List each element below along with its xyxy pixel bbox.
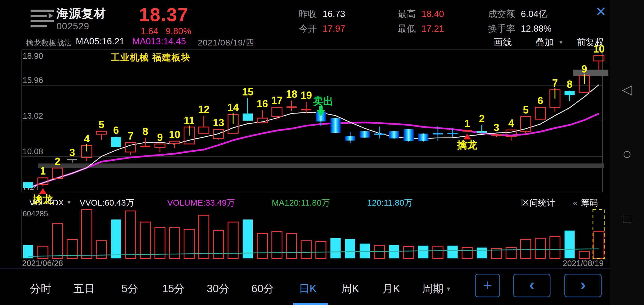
stat-label: 成交额: [488, 8, 515, 20]
qinlong-marker: 擒龙: [457, 139, 478, 151]
candle-number-label: 2: [479, 113, 485, 125]
chevron-down-icon: ▼: [66, 200, 71, 205]
stat-value: 6.04亿: [521, 8, 547, 20]
volume-indicator-selector[interactable]: VOL-TDX▼: [29, 198, 71, 207]
candle-number-label: 9: [581, 63, 587, 75]
prev-button[interactable]: ‹: [513, 274, 551, 297]
candle-number-label: 6: [113, 125, 119, 136]
candle-number-label: 2: [55, 156, 60, 167]
candle-number-label: 4: [84, 133, 90, 145]
v120-value: 120:11.80万: [367, 197, 413, 209]
volume-axis-max: 604285: [23, 210, 48, 218]
android-back-icon[interactable]: ◁: [610, 81, 644, 97]
menu-bar: [31, 10, 54, 12]
overlay-button[interactable]: 叠加▼: [536, 36, 564, 49]
strategy-name[interactable]: 擒龙数板战法: [26, 38, 72, 48]
price-grid: 18.9015.9613.0210.087.14: [22, 50, 602, 258]
active-tab-underline: [293, 303, 328, 305]
tab-5min[interactable]: 5分: [121, 282, 138, 296]
stock-code: 002529: [56, 21, 89, 32]
ma05-value: MA05:16.21: [76, 36, 125, 47]
candle-number-label: 3: [494, 122, 499, 133]
volume-indicator-row: VOL-TDX▼ VVOL:60.43万 VOLUME:33.49万 MA120…: [0, 197, 610, 210]
stat-value: 12.88%: [521, 23, 552, 34]
overlay-label: 叠加: [536, 37, 554, 47]
chips-label: 筹码: [581, 198, 598, 207]
chart-end-date: 2021/08/19: [563, 259, 604, 268]
projected-volume-box: [593, 210, 605, 258]
menu-bar: [31, 15, 47, 17]
tab-weekly-k[interactable]: 周K: [341, 282, 359, 296]
tab-period[interactable]: 周期▼: [422, 282, 451, 296]
sell-marker: 卖出: [313, 95, 333, 107]
tab-15min[interactable]: 15分: [162, 282, 185, 296]
android-recents-icon[interactable]: □: [610, 210, 644, 226]
stat-value: 16.73: [323, 9, 345, 19]
add-indicator-button[interactable]: +: [475, 274, 500, 297]
svg-text:18.90: 18.90: [23, 51, 43, 60]
menu-arrow-icon: [49, 13, 53, 19]
candle-number-label: 15: [242, 86, 253, 98]
chevron-down-icon: ▼: [558, 39, 564, 45]
svg-text:10.08: 10.08: [23, 147, 43, 156]
close-icon[interactable]: ✕: [595, 5, 606, 18]
adjust-mode-button[interactable]: 前复权: [577, 36, 604, 49]
sector-tag: 工业机械 福建板块: [111, 51, 191, 64]
change-percent: 9.80%: [166, 26, 191, 36]
cursor-date: 2021/08/19/四: [198, 37, 254, 49]
candle-number-label: 12: [198, 104, 210, 115]
vvol-value: VVOL:60.43万: [80, 197, 134, 209]
stat-label: 最低: [398, 23, 416, 35]
ma013-value: MA013:14.45: [132, 36, 186, 47]
next-button[interactable]: ›: [564, 274, 602, 297]
price-band: [38, 164, 604, 168]
volume-bars: [23, 210, 604, 258]
tab-60min[interactable]: 60分: [251, 282, 274, 296]
candle-number-label: 19: [301, 90, 312, 101]
ma120-value: MA120:11.80万: [272, 197, 330, 209]
candle-number-label: 8: [567, 79, 573, 90]
stat-label: 最高: [398, 8, 416, 20]
chips-panel-button[interactable]: «筹码: [573, 197, 598, 209]
candle-number-label: 4: [508, 117, 514, 129]
candle-number-label: 13: [213, 117, 224, 128]
tab-monthly-k[interactable]: 月K: [382, 282, 400, 296]
candle-number-label: 7: [552, 77, 558, 89]
trading-app-screen: 18.9015.9613.0210.087.141擒龙2345678910111…: [0, 0, 644, 305]
menu-bar: [31, 20, 54, 22]
change-value: 1.64: [141, 26, 158, 36]
price-band: [573, 70, 608, 76]
android-home-icon[interactable]: ○: [610, 145, 644, 163]
stat-label: 换手率: [488, 23, 515, 35]
candle-number-label: 10: [169, 129, 180, 140]
candle-number-label: 3: [69, 147, 75, 158]
menu-bar: [31, 25, 47, 27]
tab-fenshi[interactable]: 分时: [30, 282, 51, 296]
indicator-label: VOL-TDX: [29, 198, 64, 207]
candle-number-label: 7: [128, 130, 134, 142]
candle-number-label: 5: [99, 119, 104, 130]
candle-number-label: 14: [227, 102, 239, 113]
candle-number-label: 16: [257, 98, 268, 110]
draw-line-button[interactable]: 画线: [494, 36, 512, 49]
svg-text:15.96: 15.96: [23, 76, 43, 85]
candle-number-label: 18: [286, 88, 297, 100]
candle-number-label: 17: [271, 95, 283, 106]
chevron-down-icon: ▼: [446, 286, 451, 292]
range-statistics-button[interactable]: 区间统计: [521, 197, 555, 209]
tab-30min[interactable]: 30分: [207, 282, 229, 296]
candle-number-label: 1: [40, 165, 46, 177]
stat-label: 今开: [299, 23, 317, 35]
tab-wuri[interactable]: 五日: [73, 282, 95, 296]
stat-value: 17.21: [421, 23, 444, 34]
price-change: 1.649.80%: [141, 26, 199, 36]
candle-number-label: 5: [523, 104, 528, 116]
candle-number-label: 1: [464, 118, 470, 129]
menu-icon[interactable]: [31, 10, 55, 27]
candle-number-label: 8: [142, 126, 148, 137]
tab-daily-k[interactable]: 日K: [299, 282, 317, 296]
stat-value: 17.97: [323, 23, 345, 34]
stat-value: 18.40: [421, 9, 444, 19]
candle-number-label: 6: [538, 95, 543, 106]
svg-text:13.02: 13.02: [23, 111, 43, 120]
